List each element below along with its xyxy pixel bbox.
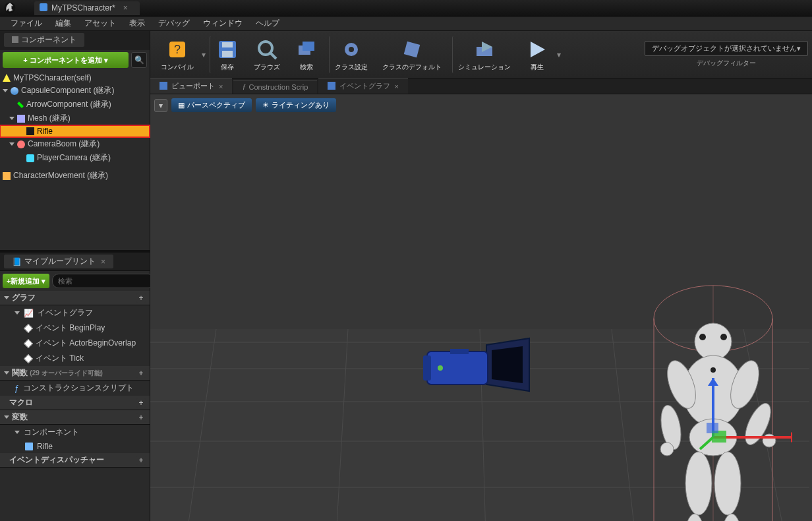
- myblueprint-panel-title-tab[interactable]: 📘 マイブループリント ×: [4, 255, 113, 268]
- item-var-category-components[interactable]: コンポーネント: [0, 425, 150, 440]
- tab-eventgraph[interactable]: イベントグラフ ×: [318, 78, 407, 94]
- spring-arm-icon: [17, 140, 25, 148]
- tab-viewport[interactable]: ビューポート ×: [150, 78, 232, 94]
- debug-filter-label: デバッグフィルター: [697, 59, 756, 68]
- graph-icon: 📈: [24, 309, 34, 318]
- svg-point-53: [721, 514, 742, 521]
- menu-help[interactable]: ヘルプ: [249, 16, 286, 31]
- section-functions[interactable]: 関数 (29 オーバーライド可能) +: [0, 366, 150, 381]
- debug-object-dropdown[interactable]: デバッグオブジェクトが選択されていません▾: [645, 41, 808, 56]
- close-icon[interactable]: ×: [123, 3, 128, 13]
- menu-window[interactable]: ウィンドウ: [196, 16, 249, 31]
- components-panel-tab: コンポーネント: [0, 31, 150, 49]
- tool-save[interactable]: 保存: [210, 36, 246, 73]
- viewport-mannequin: [634, 279, 792, 521]
- mybp-add-button[interactable]: +新規追加 ▾: [3, 274, 49, 288]
- menu-file[interactable]: ファイル: [4, 16, 49, 31]
- mybp-search-input[interactable]: [52, 274, 155, 288]
- menu-edit[interactable]: 編集: [49, 16, 78, 31]
- tree-label-capsule: CapsuleComponent (継承): [21, 85, 114, 96]
- section-macros[interactable]: マクロ +: [0, 396, 150, 410]
- event-icon: [24, 338, 33, 348]
- viewport-lighting-dropdown[interactable]: ☀ ライティングあり: [256, 98, 336, 112]
- section-dispatchers-label: イベントディスパッチャー: [9, 454, 136, 466]
- item-ev-tick[interactable]: イベント Tick: [0, 351, 150, 366]
- tree-row-charmovement[interactable]: CharacterMovement (継承): [0, 169, 150, 183]
- close-icon[interactable]: ×: [394, 82, 398, 90]
- tree-row-capsule[interactable]: CapsuleComponent (継承): [0, 84, 150, 98]
- editor-main: ? コンパイル ▾ 保存 ブラウズ 検索 クラス設定 クラスの: [150, 31, 812, 521]
- section-dispatchers[interactable]: イベントディスパッチャー +: [0, 453, 150, 468]
- menu-view[interactable]: 表示: [123, 16, 152, 31]
- tree-row-rifle[interactable]: Rifle: [0, 125, 150, 137]
- item-eventgraph[interactable]: 📈 イベントグラフ: [0, 305, 150, 321]
- expand-icon[interactable]: [9, 142, 14, 146]
- section-variables-label: 変数: [12, 412, 136, 423]
- add-component-button[interactable]: + コンポーネントを追加 ▾: [3, 52, 129, 68]
- tool-play[interactable]: 再生: [519, 36, 556, 73]
- menu-debug[interactable]: デバッグ: [152, 16, 196, 31]
- myblueprint-panel: 📘 マイブループリント × +新規追加 ▾ 🔍 👁 グラフ +: [0, 250, 150, 521]
- gear-icon: [339, 38, 363, 61]
- tree-row-root[interactable]: MyTPSCharacter(self): [0, 72, 150, 84]
- svg-point-50: [685, 452, 712, 515]
- lit-icon: ☀: [262, 101, 269, 109]
- viewport-tab-icon: [160, 82, 167, 91]
- add-function-button[interactable]: +: [136, 369, 146, 378]
- item-construction-script[interactable]: ƒ コンストラクションスクリプト: [0, 381, 150, 396]
- viewport[interactable]: ▾ ▦ パースペクティブ ☀ ライティングあり: [150, 94, 812, 521]
- section-graphs[interactable]: グラフ +: [0, 291, 150, 305]
- tab-construction[interactable]: f Construction Scrip: [233, 80, 317, 94]
- menu-asset[interactable]: アセット: [78, 16, 123, 31]
- components-search-button[interactable]: 🔍: [131, 52, 147, 68]
- section-functions-label: 関数: [12, 368, 28, 377]
- tree-label-cameraboom: CameraBoom (継承): [28, 138, 100, 150]
- tool-compile[interactable]: ? コンパイル: [154, 36, 200, 73]
- tool-browse[interactable]: ブラウズ: [247, 36, 287, 73]
- camera-icon: [26, 154, 34, 162]
- add-variable-button[interactable]: +: [136, 413, 146, 422]
- add-macro-button[interactable]: +: [136, 398, 146, 408]
- functions-override-note: (29 オーバーライド可能): [30, 369, 103, 377]
- expand-icon[interactable]: [14, 311, 20, 315]
- simulation-icon: [473, 38, 496, 61]
- expand-icon[interactable]: [3, 89, 8, 92]
- tool-simulation-label: シミュレーション: [458, 63, 511, 72]
- capsule-icon: [11, 87, 18, 95]
- expand-icon[interactable]: [4, 296, 9, 299]
- play-dropdown[interactable]: ▾: [557, 50, 561, 59]
- add-graph-button[interactable]: +: [136, 293, 146, 303]
- item-ev-actorbeginoverlap[interactable]: イベント ActorBeginOverlap: [0, 336, 150, 351]
- tree-row-mesh[interactable]: Mesh (継承): [0, 111, 150, 125]
- expand-icon[interactable]: [4, 371, 9, 375]
- tool-class-defaults[interactable]: クラスのデフォルト: [376, 36, 448, 73]
- section-variables[interactable]: 変数 +: [0, 410, 150, 425]
- tree-row-arrow[interactable]: ArrowComponent (継承): [0, 98, 150, 111]
- tree-row-playercamera[interactable]: PlayerCamera (継承): [0, 151, 150, 165]
- tool-search-label: 検索: [300, 63, 313, 72]
- expand-icon[interactable]: [4, 415, 9, 419]
- viewport-options-dropdown[interactable]: ▾: [154, 99, 167, 112]
- close-icon[interactable]: ×: [219, 82, 223, 90]
- blueprint-icon: [40, 3, 47, 13]
- item-var-rifle[interactable]: Rifle: [0, 440, 150, 453]
- arrow-icon: [17, 102, 24, 108]
- expand-icon[interactable]: [14, 431, 20, 434]
- window-tab[interactable]: MyTPSCharacter* ×: [34, 1, 140, 15]
- save-icon: [216, 38, 239, 61]
- compile-dropdown[interactable]: ▾: [202, 50, 206, 59]
- svg-rect-19: [328, 82, 335, 90]
- perspective-icon: ▦: [178, 101, 185, 109]
- tool-simulation[interactable]: シミュレーション: [452, 36, 517, 73]
- tree-row-cameraboom[interactable]: CameraBoom (継承): [0, 137, 150, 151]
- components-panel-title-tab[interactable]: コンポーネント: [4, 33, 84, 47]
- graph-tab-icon: [328, 82, 335, 91]
- components-icon: [12, 36, 18, 45]
- add-dispatcher-button[interactable]: +: [136, 456, 146, 465]
- expand-icon[interactable]: [9, 117, 14, 120]
- viewport-perspective-dropdown[interactable]: ▦ パースペクティブ: [171, 98, 252, 112]
- tool-search[interactable]: 検索: [288, 36, 325, 73]
- item-ev-beginplay[interactable]: イベント BeginPlay: [0, 321, 150, 336]
- close-icon[interactable]: ×: [101, 257, 105, 266]
- tool-class-settings[interactable]: クラス設定: [329, 36, 374, 73]
